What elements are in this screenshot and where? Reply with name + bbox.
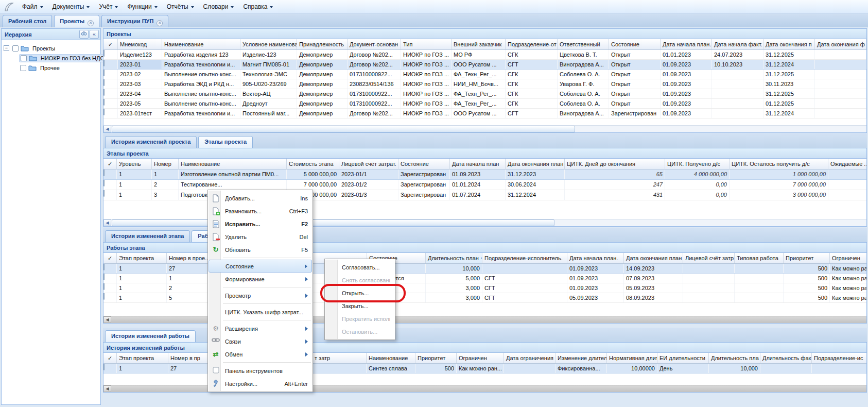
top-tab[interactable]: Рабочий стол bbox=[3, 15, 52, 27]
column-header[interactable]: Подразделение-ис bbox=[812, 353, 867, 363]
row-checkbox-cell[interactable] bbox=[103, 70, 118, 79]
checkbox[interactable] bbox=[103, 283, 105, 290]
tree-checkbox[interactable] bbox=[20, 65, 26, 71]
column-header[interactable]: Длительность фак bbox=[760, 353, 812, 363]
row-checkbox-cell[interactable] bbox=[103, 264, 117, 273]
row-checkbox-cell[interactable] bbox=[103, 293, 117, 302]
menubar-item[interactable]: Функции bbox=[123, 1, 162, 12]
select-all-header[interactable]: ✓ bbox=[103, 353, 117, 363]
column-header[interactable]: Ограничен bbox=[457, 353, 504, 363]
column-header[interactable]: Принадлежность bbox=[297, 39, 348, 49]
column-header[interactable]: Приоритет bbox=[784, 253, 830, 263]
checkbox[interactable] bbox=[103, 50, 105, 57]
column-header[interactable]: Подразделение-исполнитель. bbox=[482, 253, 567, 263]
column-header[interactable]: Дата начала факт. bbox=[712, 39, 763, 49]
select-all-header[interactable]: ✓ bbox=[103, 39, 118, 49]
menubar-item[interactable]: Отчёты bbox=[162, 1, 199, 12]
column-header[interactable]: Наименование bbox=[162, 39, 240, 49]
checkbox[interactable] bbox=[103, 274, 105, 280]
top-tab[interactable]: Проекты✕ bbox=[54, 15, 99, 27]
select-all-header[interactable]: ✓ bbox=[103, 159, 117, 169]
column-header[interactable]: Изменение длител bbox=[555, 353, 607, 363]
column-header[interactable]: Нормативная длит bbox=[607, 353, 657, 363]
section-tab[interactable]: Этапы проекта bbox=[198, 136, 253, 148]
table-row[interactable]: 11Изготовление опытной партии ПМ0...5 00… bbox=[103, 169, 866, 180]
column-header[interactable]: Дата начала план. bbox=[567, 253, 624, 263]
checkbox[interactable] bbox=[103, 190, 105, 197]
table-row[interactable]: Изделие123Разработка изделия 123Изделие-… bbox=[103, 50, 866, 60]
table-row[interactable]: 2023-01тестРазработка технологии и...Пос… bbox=[103, 109, 866, 118]
row-checkbox-cell[interactable] bbox=[103, 190, 117, 200]
menubar-item[interactable]: Документы bbox=[48, 1, 95, 12]
row-checkbox-cell[interactable] bbox=[103, 109, 118, 118]
column-header[interactable]: Состояние bbox=[398, 159, 450, 169]
menu-item[interactable]: Настройки...Alt+Enter bbox=[209, 377, 312, 390]
menu-item[interactable]: ⇄Обмен bbox=[209, 348, 312, 361]
column-header[interactable]: Дата начала план bbox=[450, 159, 506, 169]
menu-item[interactable]: Исправить...F2 bbox=[209, 217, 312, 230]
row-checkbox-cell[interactable] bbox=[103, 89, 118, 98]
tree-item[interactable]: −Проекты bbox=[4, 43, 99, 53]
menu-item[interactable]: Связи bbox=[209, 335, 312, 348]
close-icon[interactable]: ✕ bbox=[157, 20, 163, 26]
checkbox[interactable] bbox=[103, 264, 105, 270]
menu-item[interactable]: Просмотр bbox=[209, 289, 312, 302]
checkbox[interactable] bbox=[103, 364, 105, 370]
column-header[interactable]: Условное наименова bbox=[240, 39, 297, 49]
column-header[interactable]: Состояние bbox=[609, 39, 661, 49]
checkbox[interactable] bbox=[103, 89, 105, 96]
row-checkbox-cell[interactable] bbox=[103, 180, 117, 190]
column-header[interactable]: Дата окончания план bbox=[624, 253, 683, 263]
select-all-header[interactable]: ✓ bbox=[103, 253, 117, 263]
menu-item[interactable]: Добавить...Ins bbox=[209, 192, 312, 205]
column-header[interactable]: Ожидаемые ... bbox=[828, 159, 867, 169]
column-header[interactable]: Номер bbox=[152, 159, 179, 169]
column-header[interactable]: Лицевой счёт затрат. bbox=[339, 159, 398, 169]
row-checkbox-cell[interactable] bbox=[103, 79, 118, 89]
search-icon[interactable] bbox=[79, 30, 89, 39]
row-checkbox-cell[interactable] bbox=[103, 60, 118, 69]
tree-expander-icon[interactable]: − bbox=[4, 45, 9, 51]
row-checkbox-cell[interactable] bbox=[103, 274, 117, 283]
projects-hscrollbar[interactable]: ◀ bbox=[103, 125, 866, 132]
column-header[interactable]: Длительность план bbox=[426, 253, 482, 263]
checkbox[interactable] bbox=[103, 79, 105, 86]
column-header[interactable]: ЦИТК. Получено д/с bbox=[665, 159, 730, 169]
row-checkbox-cell[interactable] bbox=[103, 364, 117, 373]
row-checkbox-cell[interactable] bbox=[103, 99, 118, 108]
row-checkbox-cell[interactable] bbox=[103, 169, 117, 179]
menubar-item[interactable]: Учёт bbox=[94, 1, 123, 12]
section-tab[interactable]: История изменений проекта bbox=[105, 136, 197, 148]
column-header[interactable]: Этап проекта bbox=[117, 253, 167, 263]
menu-item[interactable]: Согласовать... bbox=[325, 261, 394, 274]
menu-item[interactable]: УдалитьDel bbox=[209, 230, 312, 243]
column-header[interactable]: ЦИТК. Дней до окончания bbox=[565, 159, 665, 169]
tree-item[interactable]: Прочее bbox=[4, 63, 99, 73]
close-icon[interactable]: ✕ bbox=[88, 20, 94, 26]
checkbox[interactable] bbox=[103, 109, 105, 115]
menu-item[interactable]: ЦИТК. Указать шифр затрат... bbox=[209, 306, 312, 318]
menu-item[interactable]: Формирование bbox=[209, 273, 312, 285]
menu-item[interactable]: ⚙Расширения bbox=[209, 322, 312, 335]
column-header[interactable]: Длительность пла bbox=[709, 353, 760, 363]
tree-checkbox[interactable] bbox=[21, 55, 27, 61]
column-header[interactable]: Тип bbox=[401, 39, 452, 49]
column-header[interactable]: Дата окончания п bbox=[763, 39, 815, 49]
table-row[interactable]: 2023-01Разработка технологии и...Магнит … bbox=[103, 60, 866, 70]
row-checkbox-cell[interactable] bbox=[103, 283, 117, 293]
table-row[interactable]: 2023-04Выполнение опытно-конс...Вектор-А… bbox=[103, 89, 866, 99]
checkbox[interactable] bbox=[103, 180, 105, 186]
menubar-item[interactable]: Файл bbox=[18, 1, 48, 12]
column-header[interactable]: Стоимость этапа bbox=[287, 159, 339, 169]
section-tab[interactable]: История изменений этапа bbox=[105, 230, 190, 242]
column-header[interactable]: Наименование bbox=[179, 159, 287, 169]
checkbox[interactable] bbox=[103, 169, 105, 176]
menu-item[interactable]: Панель инструментов bbox=[209, 364, 312, 377]
menu-item[interactable]: ↻ОбновитьF5 bbox=[209, 243, 312, 256]
table-row[interactable]: 12Тестирование...7 000 000,002023-01/2За… bbox=[103, 180, 866, 190]
column-header[interactable]: Типовая работа bbox=[735, 253, 784, 263]
column-header[interactable]: Наименование bbox=[367, 353, 415, 363]
column-header[interactable]: Ответственный bbox=[558, 39, 609, 49]
row-checkbox-cell[interactable] bbox=[103, 50, 118, 59]
column-header[interactable]: ЦИТК. Осталось получить д/с bbox=[730, 159, 828, 169]
